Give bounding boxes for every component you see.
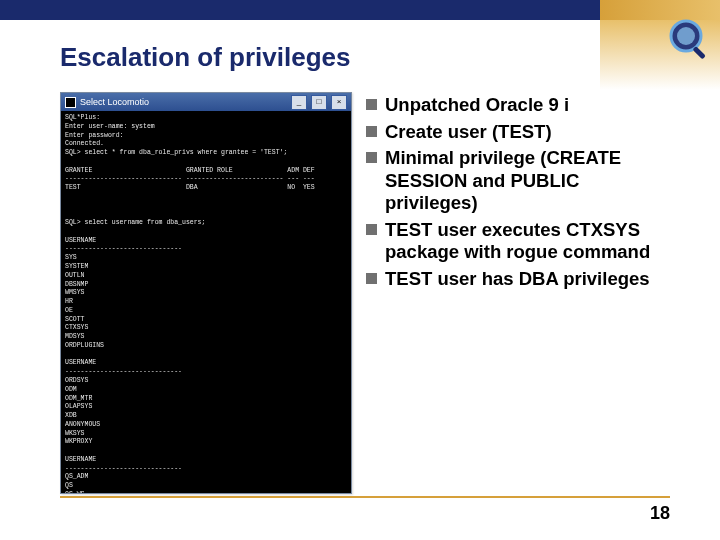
bullet-marker-icon — [366, 224, 377, 235]
slide-heading: Escalation of privileges — [60, 42, 350, 73]
bullet-item: TEST user executes CTXSYS package with r… — [366, 219, 670, 264]
terminal-title: Select Locomotio — [80, 97, 287, 107]
close-button[interactable]: × — [331, 95, 347, 110]
bullet-marker-icon — [366, 273, 377, 284]
bullet-text: Unpatched Oracle 9 i — [385, 94, 569, 117]
corner-decoration — [600, 20, 720, 90]
terminal-output: SQL*Plus: Enter user-name: system Enter … — [61, 111, 351, 493]
bullet-marker-icon — [366, 152, 377, 163]
terminal-titlebar: Select Locomotio _ □ × — [61, 93, 351, 111]
bullet-list: Unpatched Oracle 9 i Create user (TEST) … — [366, 92, 670, 480]
bullet-item: Unpatched Oracle 9 i — [366, 94, 670, 117]
terminal-icon — [65, 97, 76, 108]
terminal-window: Select Locomotio _ □ × SQL*Plus: Enter u… — [60, 92, 352, 494]
bullet-text: TEST user executes CTXSYS package with r… — [385, 219, 670, 264]
footer-rule — [60, 496, 670, 498]
minimize-button[interactable]: _ — [291, 95, 307, 110]
bullet-text: TEST user has DBA privileges — [385, 268, 650, 291]
page-number: 18 — [650, 503, 670, 524]
bullet-item: TEST user has DBA privileges — [366, 268, 670, 291]
bullet-marker-icon — [366, 126, 377, 137]
magnifier-icon — [664, 14, 714, 64]
bullet-item: Minimal privilege (CREATE SESSION and PU… — [366, 147, 670, 215]
svg-rect-2 — [692, 46, 705, 59]
bullet-item: Create user (TEST) — [366, 121, 670, 144]
bullet-text: Minimal privilege (CREATE SESSION and PU… — [385, 147, 670, 215]
bullet-marker-icon — [366, 99, 377, 110]
bullet-text: Create user (TEST) — [385, 121, 552, 144]
maximize-button[interactable]: □ — [311, 95, 327, 110]
svg-point-1 — [677, 27, 695, 45]
slide-content: Select Locomotio _ □ × SQL*Plus: Enter u… — [60, 92, 670, 480]
